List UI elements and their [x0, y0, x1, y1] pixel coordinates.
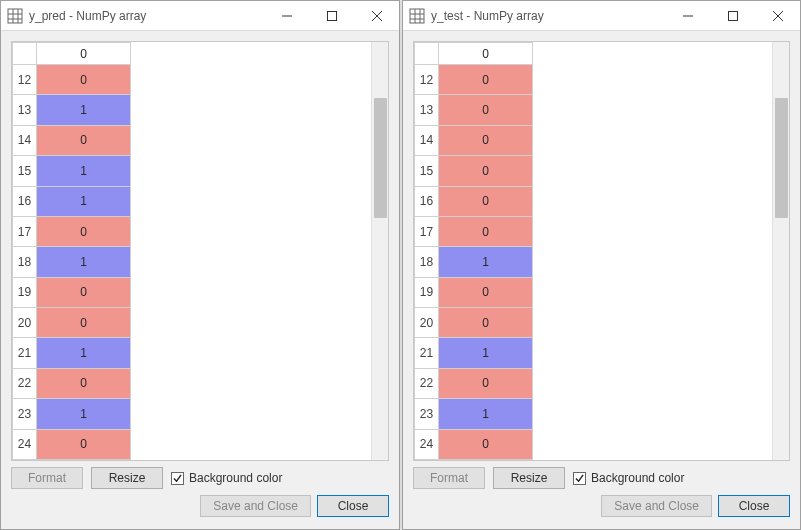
- cell[interactable]: 1: [37, 95, 131, 125]
- array-table[interactable]: 0120130140150160170181190200211220231240: [414, 42, 533, 460]
- cell[interactable]: 1: [439, 399, 533, 429]
- row-index: 15: [415, 156, 439, 186]
- cell[interactable]: 1: [37, 399, 131, 429]
- save-and-close-button[interactable]: Save and Close: [200, 495, 311, 517]
- svg-rect-0: [8, 9, 22, 23]
- row-index: 14: [13, 125, 37, 155]
- maximize-button[interactable]: [710, 1, 755, 31]
- vertical-scrollbar[interactable]: [772, 42, 789, 460]
- table-row[interactable]: 231: [13, 399, 131, 429]
- table-row[interactable]: 211: [415, 338, 533, 368]
- titlebar[interactable]: y_test - NumPy array: [403, 1, 800, 31]
- minimize-button[interactable]: [665, 1, 710, 31]
- format-button[interactable]: Format: [11, 467, 83, 489]
- maximize-button[interactable]: [309, 1, 354, 31]
- table-row[interactable]: 200: [415, 308, 533, 338]
- background-color-checkbox[interactable]: Background color: [573, 471, 684, 485]
- cell[interactable]: 0: [37, 429, 131, 460]
- cell[interactable]: 0: [37, 308, 131, 338]
- cell[interactable]: 1: [439, 338, 533, 368]
- cell[interactable]: 0: [439, 368, 533, 398]
- table-row[interactable]: 190: [13, 277, 131, 307]
- row-index: 12: [13, 65, 37, 95]
- table-row[interactable]: 211: [13, 338, 131, 368]
- table-row[interactable]: 220: [415, 368, 533, 398]
- resize-button[interactable]: Resize: [493, 467, 565, 489]
- cell[interactable]: 0: [37, 368, 131, 398]
- row-index: 24: [13, 429, 37, 460]
- cell[interactable]: 0: [439, 429, 533, 460]
- table-row[interactable]: 190: [415, 277, 533, 307]
- table-row[interactable]: 130: [415, 95, 533, 125]
- table-row[interactable]: 131: [13, 95, 131, 125]
- table-row[interactable]: 140: [415, 125, 533, 155]
- scrollbar-thumb[interactable]: [775, 98, 788, 218]
- table-row[interactable]: 161: [13, 186, 131, 216]
- table-row[interactable]: 170: [13, 216, 131, 246]
- scrollbar-thumb[interactable]: [374, 98, 387, 218]
- cell[interactable]: 0: [439, 95, 533, 125]
- row-index: 23: [13, 399, 37, 429]
- svg-rect-9: [410, 9, 424, 23]
- cell[interactable]: 0: [439, 186, 533, 216]
- cell[interactable]: 0: [37, 65, 131, 95]
- toolbar: FormatResizeBackground color: [11, 461, 389, 493]
- table-row[interactable]: 140: [13, 125, 131, 155]
- cell[interactable]: 0: [439, 216, 533, 246]
- minimize-button[interactable]: [264, 1, 309, 31]
- column-header[interactable]: 0: [37, 43, 131, 65]
- close-button[interactable]: Close: [718, 495, 790, 517]
- table-row[interactable]: 120: [13, 65, 131, 95]
- window-title: y_test - NumPy array: [431, 9, 665, 23]
- window-w-left: y_pred - NumPy array01201311401511611701…: [0, 0, 400, 530]
- table-row[interactable]: 151: [13, 156, 131, 186]
- save-and-close-button[interactable]: Save and Close: [601, 495, 712, 517]
- row-index: 20: [13, 308, 37, 338]
- table-row[interactable]: 120: [415, 65, 533, 95]
- row-index: 24: [415, 429, 439, 460]
- cell[interactable]: 0: [37, 216, 131, 246]
- table-row[interactable]: 170: [415, 216, 533, 246]
- cell[interactable]: 0: [439, 156, 533, 186]
- cell[interactable]: 1: [439, 247, 533, 277]
- row-index: 15: [13, 156, 37, 186]
- table-row[interactable]: 240: [13, 429, 131, 460]
- cell[interactable]: 1: [37, 247, 131, 277]
- vertical-scrollbar[interactable]: [371, 42, 388, 460]
- column-header[interactable]: 0: [439, 43, 533, 65]
- table-row[interactable]: 220: [13, 368, 131, 398]
- svg-rect-15: [728, 11, 737, 20]
- cell[interactable]: 0: [37, 277, 131, 307]
- resize-button[interactable]: Resize: [91, 467, 163, 489]
- format-button[interactable]: Format: [413, 467, 485, 489]
- cell[interactable]: 0: [439, 277, 533, 307]
- table-row[interactable]: 181: [415, 247, 533, 277]
- window-title: y_pred - NumPy array: [29, 9, 264, 23]
- cell[interactable]: 1: [37, 186, 131, 216]
- array-table[interactable]: 0120131140151161170181190200211220231240: [12, 42, 131, 460]
- table-row[interactable]: 240: [415, 429, 533, 460]
- row-index: 22: [415, 368, 439, 398]
- cell[interactable]: 1: [37, 156, 131, 186]
- cell[interactable]: 0: [439, 65, 533, 95]
- titlebar[interactable]: y_pred - NumPy array: [1, 1, 399, 31]
- cell[interactable]: 0: [439, 308, 533, 338]
- close-button[interactable]: Close: [317, 495, 389, 517]
- cell[interactable]: 0: [37, 125, 131, 155]
- cell[interactable]: 0: [439, 125, 533, 155]
- background-color-checkbox[interactable]: Background color: [171, 471, 282, 485]
- table-row[interactable]: 231: [415, 399, 533, 429]
- table-row[interactable]: 181: [13, 247, 131, 277]
- close-window-button[interactable]: [354, 1, 399, 31]
- close-window-button[interactable]: [755, 1, 800, 31]
- checkbox-label: Background color: [591, 471, 684, 485]
- table-row[interactable]: 200: [13, 308, 131, 338]
- window-w-right: y_test - NumPy array01201301401501601701…: [402, 0, 801, 530]
- checkbox-box: [171, 472, 184, 485]
- table-row[interactable]: 160: [415, 186, 533, 216]
- row-index: 12: [415, 65, 439, 95]
- row-index: 16: [13, 186, 37, 216]
- cell[interactable]: 1: [37, 338, 131, 368]
- dialog-footer: Save and CloseClose: [11, 493, 389, 523]
- table-row[interactable]: 150: [415, 156, 533, 186]
